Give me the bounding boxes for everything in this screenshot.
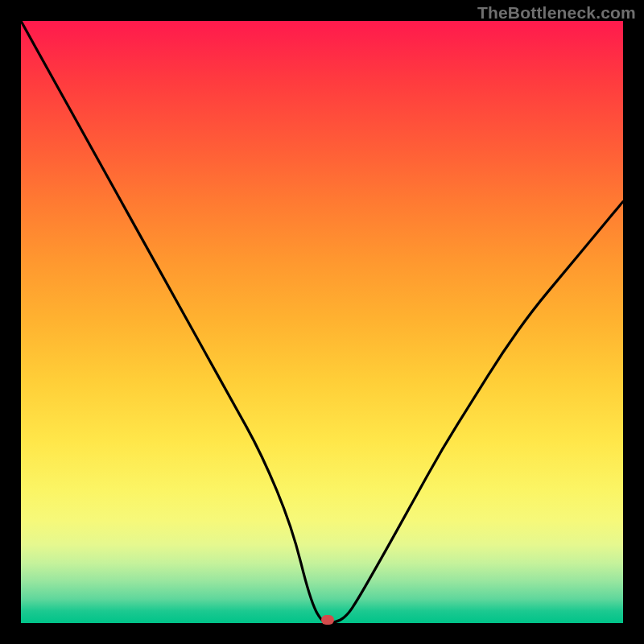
minimum-marker <box>321 615 334 625</box>
branding-label: TheBottleneck.com <box>477 3 636 23</box>
bottleneck-curve <box>21 21 623 623</box>
plot-area <box>21 21 623 623</box>
chart-frame: TheBottleneck.com <box>0 0 644 644</box>
